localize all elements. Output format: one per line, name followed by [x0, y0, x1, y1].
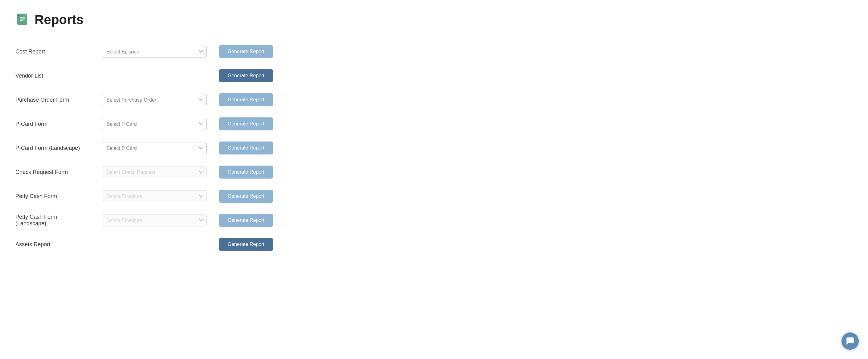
- generate-report-button-pcard-form-landscape[interactable]: Generate Report: [219, 141, 273, 155]
- page-title: Reports: [35, 12, 84, 27]
- report-button-cell-purchase-order-form: Generate Report: [213, 88, 852, 112]
- report-name-pcard-form: P-Card Form: [16, 112, 96, 136]
- generate-report-button-pcard-form[interactable]: Generate Report: [219, 117, 273, 130]
- generate-report-button-petty-cash-form-landscape[interactable]: Generate Report: [219, 214, 273, 227]
- report-select-check-request-form[interactable]: Select Check Request: [102, 166, 207, 178]
- generate-report-button-assets-report[interactable]: Generate Report: [219, 238, 273, 251]
- svg-rect-5: [18, 15, 20, 16]
- generate-report-button-petty-cash-form[interactable]: Generate Report: [219, 190, 273, 203]
- report-button-cell-pcard-form-landscape: Generate Report: [213, 136, 852, 160]
- page-container: Reports Cost ReportSelect EpisodeGenerat…: [0, 0, 868, 359]
- generate-report-button-check-request-form[interactable]: Generate Report: [219, 166, 273, 178]
- report-select-petty-cash-form[interactable]: Select Envelope: [102, 190, 207, 202]
- table-row-petty-cash-form: Petty Cash FormSelect EnvelopeGenerate R…: [16, 184, 852, 208]
- report-name-petty-cash-form: Petty Cash Form: [16, 184, 96, 208]
- report-select-pcard-form-landscape[interactable]: Select P Card: [102, 142, 207, 154]
- table-row-purchase-order-form: Purchase Order FormSelect Purchase Order…: [16, 88, 852, 112]
- table-row-petty-cash-form-landscape: Petty Cash Form (Landscape)Select Envelo…: [16, 208, 852, 232]
- chat-button[interactable]: [841, 332, 859, 350]
- report-select-cell-petty-cash-form: Select Envelope: [96, 184, 213, 208]
- report-select-cell-petty-cash-form-landscape: Select Envelope: [96, 208, 213, 232]
- report-select-cell-purchase-order-form: Select Purchase Order: [96, 88, 213, 112]
- table-row-pcard-form-landscape: P-Card Form (Landscape)Select P CardGene…: [16, 136, 852, 160]
- table-row-pcard-form: P-Card FormSelect P CardGenerate Report: [16, 112, 852, 136]
- svg-rect-2: [20, 17, 25, 18]
- generate-report-button-vendor-list[interactable]: Generate Report: [219, 69, 273, 82]
- svg-rect-4: [20, 20, 24, 21]
- generate-report-button-cost-report[interactable]: Generate Report: [219, 45, 273, 58]
- report-select-pcard-form[interactable]: Select P Card: [102, 118, 207, 130]
- report-button-cell-petty-cash-form-landscape: Generate Report: [213, 208, 852, 232]
- report-select-cell-pcard-form-landscape: Select P Card: [96, 136, 213, 160]
- report-name-pcard-form-landscape: P-Card Form (Landscape): [16, 136, 96, 160]
- table-row-cost-report: Cost ReportSelect EpisodeGenerate Report: [16, 39, 852, 64]
- report-button-cell-petty-cash-form: Generate Report: [213, 184, 852, 208]
- report-name-cost-report: Cost Report: [16, 39, 96, 64]
- table-row-assets-report: Assets ReportGenerate Report: [16, 232, 852, 256]
- report-button-cell-pcard-form: Generate Report: [213, 112, 852, 136]
- reports-document-icon: [16, 12, 30, 27]
- report-select-cell-cost-report: Select Episode: [96, 39, 213, 64]
- reports-table: Cost ReportSelect EpisodeGenerate Report…: [16, 39, 852, 256]
- report-select-cell-assets-report: [96, 232, 213, 256]
- report-name-purchase-order-form: Purchase Order Form: [16, 88, 96, 112]
- svg-rect-3: [20, 19, 25, 20]
- report-name-assets-report: Assets Report: [16, 232, 96, 256]
- generate-report-button-purchase-order-form[interactable]: Generate Report: [219, 93, 273, 106]
- report-button-cell-check-request-form: Generate Report: [213, 160, 852, 184]
- report-name-vendor-list: Vendor List: [16, 64, 96, 88]
- report-name-check-request-form: Check Request Form: [16, 160, 96, 184]
- page-header: Reports: [16, 12, 852, 27]
- report-name-petty-cash-form-landscape: Petty Cash Form (Landscape): [16, 208, 96, 232]
- report-select-petty-cash-form-landscape[interactable]: Select Envelope: [102, 214, 207, 226]
- report-select-cost-report[interactable]: Select Episode: [102, 46, 207, 58]
- report-button-cell-cost-report: Generate Report: [213, 39, 852, 64]
- report-select-cell-vendor-list: [96, 64, 213, 88]
- report-button-cell-assets-report: Generate Report: [213, 232, 852, 256]
- report-select-cell-pcard-form: Select P Card: [96, 112, 213, 136]
- table-row-check-request-form: Check Request FormSelect Check RequestGe…: [16, 160, 852, 184]
- report-select-purchase-order-form[interactable]: Select Purchase Order: [102, 94, 207, 106]
- report-select-cell-check-request-form: Select Check Request: [96, 160, 213, 184]
- table-row-vendor-list: Vendor ListGenerate Report: [16, 64, 852, 88]
- report-button-cell-vendor-list: Generate Report: [213, 64, 852, 88]
